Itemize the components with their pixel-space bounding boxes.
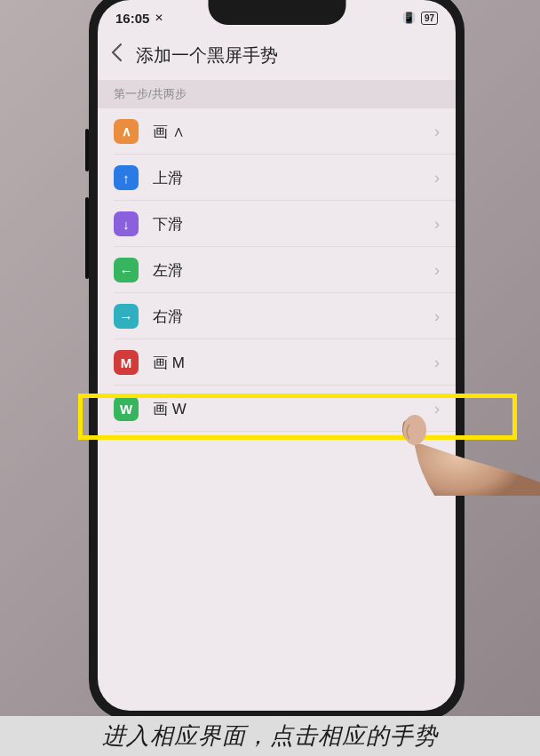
gesture-label: 左滑 — [153, 260, 434, 281]
arrow-right-icon: → — [114, 304, 139, 329]
gesture-label: 上滑 — [153, 168, 434, 188]
letter-m-icon: M — [114, 350, 139, 375]
gesture-list: ∧ 画 ∧ › ↑ 上滑 › ↓ 下滑 › ← 左滑 › → 右滑 — [98, 108, 456, 432]
chevron-left-icon — [110, 43, 123, 62]
gesture-label: 画 ∧ — [153, 122, 434, 142]
gesture-label: 画 W — [153, 399, 434, 419]
letter-w-icon: W — [114, 396, 139, 421]
arrow-left-icon: ← — [114, 258, 139, 283]
page-header: 添加一个黑屏手势 — [98, 36, 456, 80]
battery-indicator: 97 — [421, 12, 438, 25]
page-title: 添加一个黑屏手势 — [136, 44, 278, 68]
side-button — [85, 197, 89, 279]
notch — [208, 0, 345, 25]
chevron-right-icon: › — [434, 400, 440, 418]
side-button — [85, 129, 89, 171]
chevron-right-icon: › — [434, 123, 440, 141]
gesture-row-swipe-up[interactable]: ↑ 上滑 › — [98, 155, 456, 201]
vibrate-icon: 📳 — [402, 12, 416, 24]
gesture-row-draw-w[interactable]: W 画 W › — [98, 386, 456, 432]
gesture-row-swipe-right[interactable]: → 右滑 › — [98, 293, 456, 339]
status-close-icon: ✕ — [155, 12, 163, 24]
tutorial-caption: 进入相应界面，点击相应的手势 — [0, 716, 540, 756]
status-time: 16:05 — [115, 11, 149, 26]
arrow-down-icon: ↓ — [114, 211, 139, 236]
chevron-right-icon: › — [434, 215, 440, 234]
gesture-row-swipe-left[interactable]: ← 左滑 › — [98, 247, 456, 293]
chevron-right-icon: › — [434, 169, 440, 187]
arrow-up-icon: ↑ — [114, 165, 139, 190]
caption-text: 进入相应界面，点击相应的手势 — [102, 720, 438, 752]
gesture-row-draw-m[interactable]: M 画 M › — [98, 339, 456, 386]
chevron-right-icon: › — [434, 261, 440, 280]
chevron-right-icon: › — [434, 307, 440, 326]
gesture-row-swipe-down[interactable]: ↓ 下滑 › — [98, 201, 456, 247]
phone-screen: 16:05 ✕ 📳 97 添加一个黑屏手势 第一步/共两步 ∧ 画 ∧ › — [98, 0, 456, 711]
step-indicator: 第一步/共两步 — [98, 80, 456, 108]
back-button[interactable] — [110, 43, 123, 68]
phone-frame: 16:05 ✕ 📳 97 添加一个黑屏手势 第一步/共两步 ∧ 画 ∧ › — [89, 0, 465, 720]
caret-icon: ∧ — [114, 119, 139, 144]
gesture-label: 右滑 — [153, 306, 434, 327]
battery-level: 97 — [425, 13, 434, 23]
chevron-right-icon: › — [434, 354, 440, 372]
gesture-label: 画 M — [153, 353, 434, 373]
gesture-label: 下滑 — [153, 214, 434, 235]
gesture-row-draw-caret[interactable]: ∧ 画 ∧ › — [98, 108, 456, 155]
